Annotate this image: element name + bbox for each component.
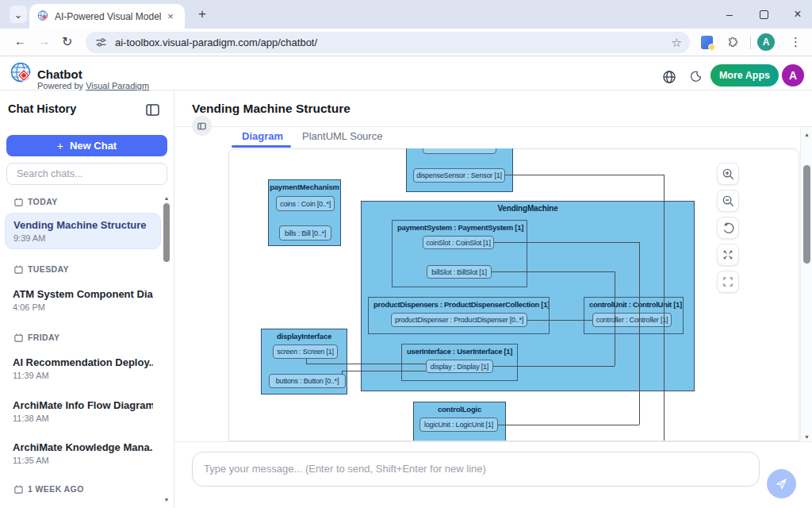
chat-item-atm-system[interactable]: ATM System Component Dia... 4:06 PM [5, 283, 161, 318]
node-buttons: buttons : Button [0..*] [269, 374, 346, 388]
password-manager-badge [708, 44, 715, 51]
browser-menu-icon[interactable]: ⋮ [790, 35, 802, 49]
browser-profile-avatar[interactable]: A [757, 33, 775, 51]
tab-diagram[interactable]: Diagram [242, 130, 283, 142]
url-text[interactable]: ai-toolbox.visual-paradigm.com/app/chatb… [115, 37, 672, 48]
address-bar[interactable]: ai-toolbox.visual-paradigm.com/app/chatb… [86, 32, 690, 53]
message-composer [174, 441, 812, 508]
chat-history-title: Chat History [8, 102, 76, 115]
zoom-in-button[interactable] [717, 163, 739, 185]
node-title: productDispensers : ProductDispenserColl… [369, 298, 549, 311]
reset-view-button[interactable] [717, 217, 739, 239]
visual-paradigm-link[interactable]: Visual Paradigm [86, 81, 149, 90]
main-scroll-down[interactable]: ▼ [801, 434, 812, 440]
chat-item-time: 9:39 AM [13, 233, 152, 243]
send-plane-icon [775, 477, 788, 491]
powered-by-text: Powered by [37, 81, 86, 90]
node-bill-slot: billSlot : BillSlot [1] [427, 265, 492, 279]
send-button[interactable] [767, 469, 796, 498]
screen: ⌄ AI-Powered Visual Modeling Ch × + – × … [0, 0, 812, 508]
section-label: TODAY [28, 197, 58, 206]
panel-icon [197, 122, 206, 130]
language-globe-icon[interactable] [662, 70, 676, 84]
zoom-in-icon [722, 167, 735, 181]
connector-dispenser-controller [527, 320, 592, 321]
node-logic-unit: logicUnit : LogicUnit [1] [419, 418, 498, 432]
connector-billslot-v [615, 271, 615, 366]
fullscreen-corners-icon [722, 275, 734, 288]
sidebar-scrollbar-thumb[interactable] [163, 203, 170, 262]
reset-rotate-icon [722, 221, 735, 235]
chat-item-time: 11:35 AM [13, 456, 153, 465]
new-chat-button[interactable]: + New Chat [6, 135, 167, 156]
connector-buttons-h [342, 371, 426, 371]
main-scrollbar-thumb[interactable] [803, 165, 810, 264]
connector-display-h [493, 366, 615, 367]
window-close-button[interactable]: × [788, 5, 807, 24]
user-avatar[interactable]: A [782, 64, 804, 87]
forward-icon[interactable]: → [38, 34, 50, 48]
chat-item-title: ArchiMate Knowledge Mana... [13, 441, 153, 453]
page-title: Vending Machine Structure [192, 102, 350, 116]
connector-coinslot-v [639, 242, 640, 425]
connector-sensor-h [505, 175, 664, 175]
bookmark-star-icon[interactable]: ☆ [672, 36, 682, 50]
header-divider [174, 126, 812, 127]
chat-item-time: 11:39 AM [13, 371, 153, 380]
dark-mode-moon-icon[interactable] [689, 70, 703, 83]
chat-item-archimate-knowledge[interactable]: ArchiMate Knowledge Mana... 11:35 AM [5, 436, 161, 471]
node-title: displayInterface [262, 329, 347, 341]
tab-close-icon[interactable]: × [164, 10, 177, 23]
toolbar-separator [750, 37, 751, 49]
more-apps-button[interactable]: More Apps [710, 64, 779, 87]
main-scrollbar[interactable]: ▲ ▼ [800, 127, 812, 444]
chat-item-title: Vending Machine Structure [13, 219, 152, 231]
diagram-canvas[interactable]: dispenseSensor : Sensor [1] paymentMecha… [228, 148, 799, 441]
password-manager-icon[interactable] [701, 36, 713, 49]
section-friday: FRIDAY [14, 333, 60, 342]
main-scroll-up[interactable]: ▲ [801, 132, 812, 137]
tab-title: AI-Powered Visual Modeling Ch [55, 11, 161, 22]
zoom-out-button[interactable] [717, 190, 739, 212]
chat-item-time: 11:38 AM [13, 414, 153, 423]
sidebar: Chat History + New Chat TODAY Vending Ma… [0, 90, 174, 508]
message-input[interactable] [192, 452, 760, 487]
calendar-icon [14, 333, 23, 342]
section-tuesday: TUESDAY [14, 264, 69, 274]
connector-coinslot-h [494, 242, 639, 243]
node-title: userInterface : UserInterface [1] [402, 344, 517, 358]
search-chats-input[interactable] [6, 163, 167, 185]
tab-search-chevron-icon[interactable]: ⌄ [10, 6, 27, 23]
section-today: TODAY [14, 197, 58, 206]
visual-paradigm-logo [10, 62, 33, 86]
window-maximize-button[interactable] [754, 5, 773, 24]
back-icon[interactable]: ← [14, 34, 26, 48]
node-bills: bills : Bill [0..*] [279, 225, 331, 241]
browser-tab[interactable]: AI-Powered Visual Modeling Ch × [29, 4, 185, 29]
node-controller: controller : Controller [1] [592, 313, 672, 327]
fullscreen-button[interactable] [717, 271, 739, 293]
node-title: paymentMechanism [269, 180, 340, 191]
extensions-puzzle-icon[interactable] [726, 36, 740, 49]
reload-icon[interactable]: ↻ [62, 34, 72, 49]
chat-item-vending-machine[interactable]: Vending Machine Structure 9:39 AM [5, 213, 161, 249]
collapse-sidebar-button[interactable] [192, 116, 212, 136]
tab-plantuml-source[interactable]: PlantUML Source [302, 130, 382, 142]
sidebar-scroll-down[interactable]: ▼ [162, 497, 171, 502]
node-coins: coins : Coin [0..*] [276, 196, 335, 211]
node-clipped-part [423, 148, 496, 154]
chat-item-ai-recommendation[interactable]: AI Recommendation Deploy... 11:39 AM [5, 351, 161, 386]
node-display: display : Display [1] [426, 360, 493, 373]
powered-by: Powered by Visual Paradigm [37, 81, 149, 90]
chat-item-title: AI Recommendation Deploy... [13, 356, 153, 368]
section-label: TUESDAY [28, 264, 69, 274]
sidebar-toggle-icon[interactable] [146, 104, 159, 116]
site-settings-tune-icon[interactable] [95, 37, 107, 48]
expand-button[interactable] [717, 244, 739, 266]
chat-item-title: ArchiMate Info Flow Diagram [13, 399, 153, 411]
new-tab-button[interactable]: + [194, 6, 210, 22]
sidebar-scroll-up[interactable]: ▲ [162, 195, 171, 201]
chat-item-archimate-info-flow[interactable]: ArchiMate Info Flow Diagram 11:38 AM [5, 394, 161, 429]
window-minimize-button[interactable]: – [720, 5, 739, 24]
expand-arrows-icon [722, 248, 734, 261]
